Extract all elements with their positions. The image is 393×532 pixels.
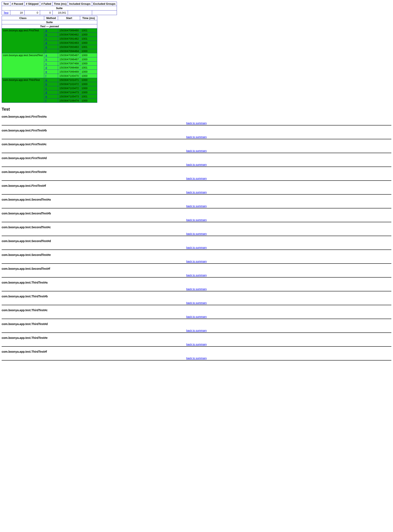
method-cell: c [44, 62, 58, 66]
result-heading: com.boonya.app.test.FirstTest#e [2, 170, 391, 174]
back-to-summary-link[interactable]: back to summary [186, 357, 207, 360]
back-to-summary-link[interactable]: back to summary [186, 287, 207, 290]
divider [2, 360, 391, 361]
summary-suite-row: Suite [2, 6, 117, 10]
back-to-summary-link[interactable]: back to summary [186, 329, 207, 332]
method-link[interactable]: d [45, 91, 47, 94]
method-link[interactable]: e [45, 70, 47, 73]
back-link-container: back to summary [2, 315, 391, 318]
method-link[interactable]: c [45, 62, 47, 65]
back-to-summary-link[interactable]: back to summary [186, 149, 207, 152]
time-cell: 1001 [80, 66, 97, 70]
start-cell: 1503047096467 [58, 57, 80, 62]
method-link[interactable]: b [45, 58, 47, 61]
result-heading: com.boonya.app.test.ThirdTest#e [2, 336, 391, 339]
class-cell: com.boonya.app.test.ThirdTest [2, 78, 44, 103]
method-cell: e [44, 95, 58, 99]
method-cell: e [44, 70, 58, 74]
summary-skipped: 0 [25, 10, 40, 15]
back-link-container: back to summary [2, 177, 391, 180]
method-link[interactable]: a [45, 29, 47, 32]
method-link[interactable]: f [45, 99, 46, 102]
back-to-summary-link[interactable]: back to summary [186, 315, 207, 318]
col-class: Class [2, 16, 44, 20]
back-to-summary-link[interactable]: back to summary [186, 191, 207, 194]
back-to-summary-link[interactable]: back to summary [186, 135, 207, 139]
method-link[interactable]: b [45, 33, 47, 36]
col-method: Method [44, 16, 58, 20]
divider [2, 263, 391, 264]
summary-test-link[interactable]: Test [4, 11, 9, 14]
time-cell: 1000 [80, 86, 97, 90]
method-cell: d [44, 66, 58, 70]
start-cell: 1503047093463 [58, 45, 80, 49]
back-to-summary-link[interactable]: back to summary [186, 343, 207, 346]
back-link-container: back to summary [2, 135, 391, 139]
back-to-summary-link[interactable]: back to summary [186, 204, 207, 208]
method-cell: a [44, 53, 58, 57]
time-cell: 1001 [80, 95, 97, 99]
start-cell: 1503047102472 [58, 82, 80, 86]
detail-passed-row: Test — passed [2, 24, 97, 29]
summary-test-link-cell: Test [2, 10, 10, 15]
time-cell: 1001 [80, 45, 97, 49]
back-to-summary-link[interactable]: back to summary [186, 246, 207, 249]
method-link[interactable]: d [45, 66, 47, 69]
detail-table: Class Method Start Time (ms) Suite Test … [2, 16, 97, 103]
back-link-container: back to summary [2, 191, 391, 194]
back-to-summary-link[interactable]: back to summary [186, 260, 207, 263]
summary-data-row: Test 18 0 0 18,041 [2, 10, 117, 15]
result-heading: com.boonya.app.test.FirstTest#a [2, 115, 391, 118]
back-to-summary-link[interactable]: back to summary [186, 274, 207, 277]
back-link-container: back to summary [2, 204, 391, 208]
start-cell: 1503047092463 [58, 41, 80, 45]
back-link-container: back to summary [2, 357, 391, 360]
back-to-summary-link[interactable]: back to summary [186, 177, 207, 180]
method-link[interactable]: a [45, 54, 47, 57]
method-cell: f [44, 99, 58, 103]
back-to-summary-link[interactable]: back to summary [186, 301, 207, 304]
method-link[interactable]: f [45, 49, 46, 53]
divider [2, 180, 391, 181]
back-link-container: back to summary [2, 287, 391, 290]
time-cell: 1000 [80, 33, 97, 37]
divider [2, 222, 391, 222]
start-cell: 1503047098468 [58, 66, 80, 70]
method-cell: c [44, 86, 58, 90]
summary-failed: 0 [40, 10, 52, 15]
back-to-summary-link[interactable]: back to summary [186, 163, 207, 166]
start-cell: 1503047104473 [58, 90, 80, 95]
method-link[interactable]: d [45, 41, 47, 44]
method-link[interactable]: c [45, 87, 47, 90]
result-heading: com.boonya.app.test.ThirdTest#b [2, 295, 391, 298]
summary-time: 18,041 [53, 10, 68, 15]
class-cell: com.boonya.app.test.FirstTest [2, 29, 44, 53]
method-link[interactable]: a [45, 78, 47, 82]
start-cell: 1503047103472 [58, 86, 80, 90]
back-to-summary-link[interactable]: back to summary [186, 232, 207, 235]
method-link[interactable]: b [45, 82, 47, 86]
time-cell: 1000 [80, 78, 97, 82]
method-link[interactable]: c [45, 37, 47, 40]
method-cell: f [44, 49, 58, 53]
method-cell: c [44, 37, 58, 41]
method-link[interactable]: f [45, 74, 46, 77]
start-cell: 1503047095467 [58, 53, 80, 57]
method-cell: b [44, 57, 58, 62]
divider [2, 236, 391, 236]
time-cell: 1000 [80, 49, 97, 53]
results-heading: Test [2, 107, 391, 112]
summary-passed: 18 [10, 10, 24, 15]
method-link[interactable]: e [45, 95, 47, 98]
time-cell: 1001 [80, 29, 97, 33]
col-excluded-groups: Excluded Groups [92, 2, 117, 6]
back-to-summary-link[interactable]: back to summary [186, 121, 207, 125]
start-cell: 1503047089460 [58, 29, 80, 33]
start-cell: 1503047100470 [58, 74, 80, 78]
method-link[interactable]: e [45, 45, 47, 48]
detail-header-row: Class Method Start Time (ms) [2, 16, 97, 20]
back-to-summary-link[interactable]: back to summary [186, 218, 207, 221]
col-time: Time (ms) [80, 16, 97, 20]
start-cell: 1503047090462 [58, 33, 80, 37]
time-cell: 1000 [80, 41, 97, 45]
